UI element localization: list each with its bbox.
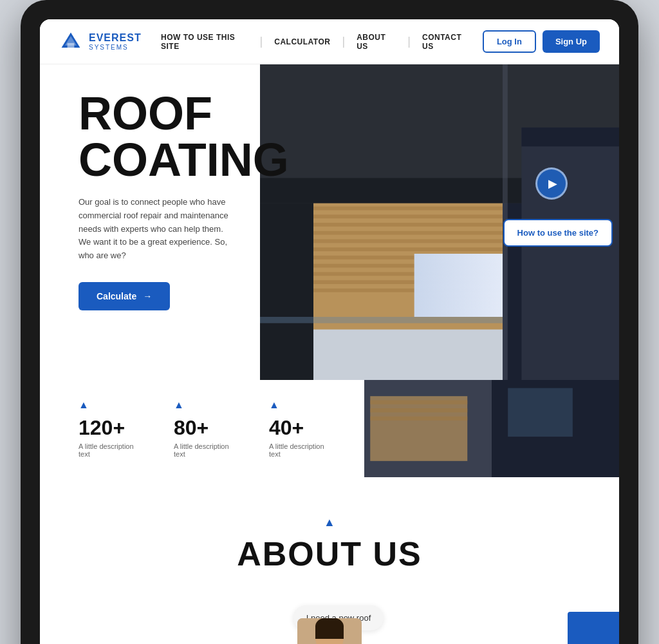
hero-content: ROOF COATING Our goal is to connect peop… (40, 64, 358, 330)
stat-item-3: ▲ 40+ A little description text (269, 399, 326, 458)
svg-rect-2 (68, 43, 75, 47)
stat-number-1: 120+ (79, 416, 135, 440)
bottom-area: I need a new roof ← 😊 (40, 599, 619, 644)
person-svg (297, 618, 362, 644)
how-to-site-button[interactable]: How to use the site? (503, 219, 613, 247)
nav-about-us[interactable]: ABOUT US (345, 33, 407, 51)
logo-text: EVEREST SYSTEMS (89, 32, 142, 51)
nav-contact-us[interactable]: CONTACT US (411, 33, 483, 51)
nav-how-to-use[interactable]: HOW TO USE THIS SITE (149, 33, 260, 51)
hero-title-line2: COATING (79, 134, 289, 185)
svg-rect-21 (414, 254, 503, 317)
about-accent-icon: ▲ (79, 516, 580, 529)
svg-rect-28 (370, 396, 467, 461)
hero-description: Our goal is to connect people who have c… (79, 196, 233, 263)
about-title: ABOUT US (79, 535, 580, 573)
logo-sub: SYSTEMS (89, 44, 142, 51)
svg-rect-37 (315, 626, 344, 639)
svg-rect-31 (370, 417, 467, 421)
arrow-right-icon: → (143, 291, 152, 301)
stat-arrow-1: ▲ (79, 399, 135, 411)
nav-buttons: Log In Sign Up (483, 30, 600, 53)
nav-links: HOW TO USE THIS SITE | CALCULATOR | ABOU… (149, 33, 483, 51)
about-section: ▲ ABOUT US (40, 477, 619, 599)
signup-button[interactable]: Sign Up (543, 30, 600, 53)
blue-decorative-block (568, 612, 619, 644)
stat-item-2: ▲ 80+ A little description text (174, 399, 230, 458)
play-icon: ▶ (548, 176, 557, 191)
stat-desc-3: A little description text (269, 442, 326, 458)
hero-title: ROOF COATING (79, 90, 326, 183)
svg-rect-29 (370, 400, 467, 404)
browser-window: EVEREST SYSTEMS HOW TO USE THIS SITE | C… (40, 19, 619, 644)
stats-right-image (364, 380, 619, 477)
play-button[interactable]: ▶ (535, 167, 568, 200)
svg-rect-30 (370, 408, 467, 412)
stat-number-2: 80+ (174, 416, 230, 440)
svg-rect-23 (521, 128, 619, 380)
logo-icon (59, 30, 82, 53)
logo-area: EVEREST SYSTEMS (59, 30, 149, 53)
stat-desc-2: A little description text (174, 442, 230, 458)
hero-title-line1: ROOF (79, 88, 212, 139)
login-button[interactable]: Log In (483, 30, 536, 53)
stat-item-1: ▲ 120+ A little description text (79, 399, 135, 458)
hero-section: ROOF COATING Our goal is to connect peop… (40, 64, 619, 380)
stats-section: ▲ 120+ A little description text ▲ 80+ A… (40, 380, 619, 477)
navbar: EVEREST SYSTEMS HOW TO USE THIS SITE | C… (40, 19, 619, 64)
svg-rect-33 (508, 388, 573, 437)
stats-left: ▲ 120+ A little description text ▲ 80+ A… (40, 380, 364, 477)
stat-arrow-2: ▲ (174, 399, 230, 411)
nav-calculator[interactable]: CALCULATOR (263, 37, 342, 46)
logo-name: EVEREST (89, 32, 142, 44)
stat-number-3: 40+ (269, 416, 326, 440)
building-bottom (364, 380, 619, 477)
stat-desc-1: A little description text (79, 442, 135, 458)
calculate-button[interactable]: Calculate → (79, 282, 170, 310)
svg-rect-24 (521, 128, 619, 146)
device-frame: EVEREST SYSTEMS HOW TO USE THIS SITE | C… (21, 0, 638, 644)
person-image (297, 618, 362, 644)
stat-arrow-3: ▲ (269, 399, 326, 411)
